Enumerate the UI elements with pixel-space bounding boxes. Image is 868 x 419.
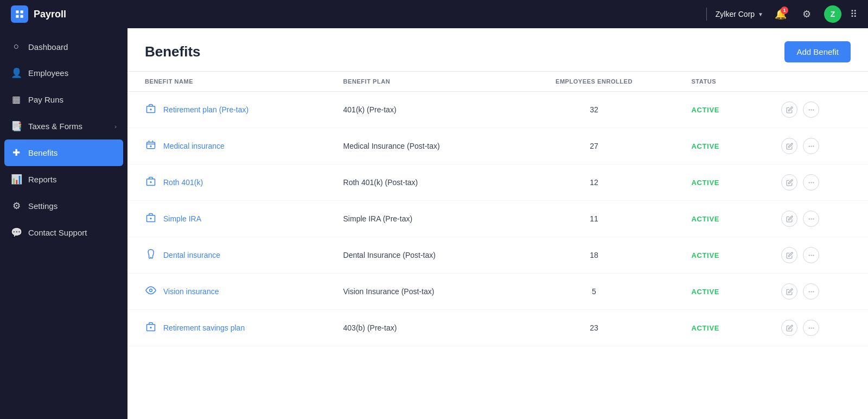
sidebar-item-employees[interactable]: 👤Employees (0, 60, 127, 86)
sidebar-item-settings[interactable]: ⚙Settings (0, 193, 127, 219)
svg-point-7 (810, 109, 811, 110)
edit-button[interactable] (781, 320, 797, 336)
edit-button[interactable] (781, 138, 797, 154)
status-cell: ACTIVE (674, 201, 764, 237)
benefit-name-link[interactable]: Dental insurance (163, 251, 220, 259)
status-cell: ACTIVE (674, 92, 764, 128)
benefit-plan-cell: Medical Insurance (Post-tax) (326, 128, 514, 164)
dental-benefit-icon (145, 249, 157, 262)
edit-button[interactable] (781, 174, 797, 191)
svg-point-13 (810, 145, 811, 146)
actions-cell (764, 237, 868, 274)
svg-point-38 (810, 327, 811, 328)
svg-point-20 (813, 182, 813, 182)
notification-badge: 1 (781, 7, 788, 14)
benefit-name-cell: Roth 401(k) (127, 164, 326, 201)
benefit-name-link[interactable]: Simple IRA (163, 214, 201, 223)
edit-button[interactable] (781, 247, 797, 263)
sidebar-item-dashboard[interactable]: ○Dashboard (0, 34, 127, 60)
table-row: Simple IRA Simple IRA (Pre-tax)11ACTIVE (127, 201, 868, 237)
benefit-name-link[interactable]: Retirement savings plan (163, 323, 245, 332)
benefit-plan-cell: Roth 401(k) (Post-tax) (326, 164, 514, 201)
reports-icon: 📊 (11, 174, 22, 185)
chevron-down-icon: ▼ (758, 11, 763, 17)
sidebar-item-pay-runs[interactable]: ▦Pay Runs (0, 86, 127, 113)
employees-icon: 👤 (11, 67, 22, 79)
benefit-name-link[interactable]: Medical insurance (163, 142, 225, 150)
pay-runs-icon: ▦ (11, 94, 22, 105)
chevron-right-icon: › (114, 123, 117, 130)
status-cell: ACTIVE (674, 237, 764, 274)
status-cell: ACTIVE (674, 310, 764, 346)
retirement-benefit-icon (145, 103, 157, 117)
svg-point-30 (809, 255, 809, 255)
grid-apps-icon[interactable]: ⠿ (850, 8, 857, 20)
brand: Payroll (11, 5, 706, 23)
vision-benefit-icon (145, 285, 157, 299)
svg-point-9 (809, 109, 809, 110)
col-benefit-name: BENEFIT NAME (127, 72, 326, 92)
sidebar-item-reports[interactable]: 📊Reports (0, 166, 127, 193)
status-cell: ACTIVE (674, 128, 764, 164)
benefits-icon: ✚ (11, 147, 22, 158)
svg-rect-10 (147, 142, 155, 149)
contact-support-icon: 💬 (11, 227, 22, 238)
benefit-name-cell: Retirement savings plan (127, 310, 326, 346)
more-options-button[interactable] (803, 283, 819, 300)
top-nav: Payroll Zylker Corp ▼ 🔔 1 ⚙ Z ⠿ (0, 0, 868, 28)
brand-icon (11, 5, 28, 23)
settings-gear-button[interactable]: ⚙ (798, 5, 815, 23)
svg-point-15 (809, 145, 809, 146)
svg-point-32 (810, 291, 811, 291)
notifications-button[interactable]: 🔔 1 (772, 5, 789, 23)
benefit-name-cell: Medical insurance (127, 128, 326, 164)
status-badge: ACTIVE (691, 288, 719, 296)
svg-point-19 (810, 182, 811, 182)
more-options-button[interactable] (803, 247, 819, 263)
svg-rect-2 (16, 15, 18, 18)
layout: ○Dashboard👤Employees▦Pay Runs📑Taxes & Fo… (0, 28, 868, 419)
sidebar-item-taxes-forms[interactable]: 📑Taxes & Forms› (0, 113, 127, 139)
company-name: Zylker Corp (716, 10, 755, 18)
svg-point-34 (809, 291, 809, 291)
app-name: Payroll (34, 9, 66, 20)
sidebar-item-contact-support[interactable]: 💬Contact Support (0, 219, 127, 246)
svg-point-39 (813, 327, 813, 328)
col-employees-enrolled: EMPLOYEES ENROLLED (514, 72, 674, 92)
company-selector[interactable]: Zylker Corp ▼ (716, 10, 763, 18)
benefit-name-cell: Vision insurance (127, 274, 326, 310)
avatar[interactable]: Z (824, 5, 841, 23)
edit-button[interactable] (781, 283, 797, 300)
actions-cell (764, 92, 868, 128)
status-badge: ACTIVE (691, 324, 719, 332)
retirement-benefit-icon (145, 321, 157, 335)
benefit-name-cell: Dental insurance (127, 237, 326, 274)
benefit-name-link[interactable]: Vision insurance (163, 287, 219, 296)
table-header: BENEFIT NAME BENEFIT PLAN EMPLOYEES ENRO… (127, 72, 868, 92)
sidebar-label-taxes-forms: Taxes & Forms (28, 122, 82, 131)
svg-point-28 (810, 255, 811, 255)
table-row: Roth 401(k) Roth 401(k) (Post-tax)12ACTI… (127, 164, 868, 201)
table-row: Medical insurance Medical Insurance (Pos… (127, 128, 868, 164)
more-options-button[interactable] (803, 174, 819, 191)
benefit-plan-cell: Vision Insurance (Post-tax) (326, 274, 514, 310)
benefit-name-link[interactable]: Retirement plan (Pre-tax) (163, 105, 248, 114)
col-actions (764, 72, 868, 92)
benefit-name-link[interactable]: Roth 401(k) (163, 178, 203, 187)
employees-enrolled-cell: 18 (514, 237, 674, 274)
edit-button[interactable] (781, 101, 797, 118)
table-row: Dental insurance Dental Insurance (Post-… (127, 237, 868, 274)
more-options-button[interactable] (803, 101, 819, 118)
dashboard-icon: ○ (11, 41, 22, 52)
edit-button[interactable] (781, 211, 797, 227)
more-options-button[interactable] (803, 138, 819, 154)
add-benefit-button[interactable]: Add Benefit (784, 41, 851, 62)
status-badge: ACTIVE (691, 106, 719, 114)
more-options-button[interactable] (803, 211, 819, 227)
settings-icon: ⚙ (11, 200, 22, 212)
svg-point-8 (813, 109, 813, 110)
employees-enrolled-cell: 32 (514, 92, 674, 128)
col-status: STATUS (674, 72, 764, 92)
more-options-button[interactable] (803, 320, 819, 336)
sidebar-item-benefits[interactable]: ✚Benefits (4, 139, 123, 166)
